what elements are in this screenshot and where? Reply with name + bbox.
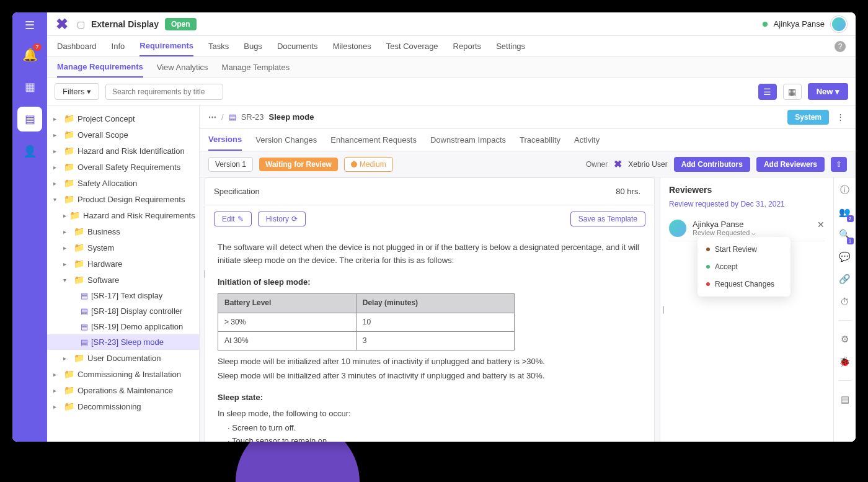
people-icon[interactable]: 👥2 (839, 206, 851, 218)
tree-folder[interactable]: ▸📁Project Concept (47, 110, 199, 127)
rail-item-2[interactable]: ▤ (17, 107, 42, 132)
tree-item-label: Hazard and Risk Identification (78, 146, 185, 156)
tree-folder[interactable]: ▸📁Hazard and Risk Identification (47, 143, 199, 159)
settings-icon[interactable]: ⚙ (839, 333, 851, 346)
tree-folder[interactable]: ▸📁Decommissioning (47, 398, 199, 414)
tab-tasks[interactable]: Tasks (208, 37, 229, 56)
clock-icon[interactable]: ⏱ (839, 295, 851, 308)
detail-tab-enhancement-requests[interactable]: Enhancement Requests (330, 130, 417, 150)
status-chip: Waiting for Review (259, 158, 338, 171)
right-rail: ⓘ 👥2 🔍1 💬 🔗 ⏱ ⚙ 🐞 ▤ (833, 177, 856, 442)
remove-reviewer-button[interactable]: ✕ (817, 220, 825, 230)
rail-item-3[interactable]: 👤 (17, 139, 42, 164)
detail-tab-traceability[interactable]: Traceability (520, 130, 560, 150)
tree-folder[interactable]: ▸📁Commissioning & Installation (47, 366, 199, 382)
breadcrumb-more[interactable]: ⋯ (208, 112, 216, 122)
save-template-button[interactable]: Save as Template (570, 212, 645, 226)
body-split: ▸📁Project Concept▸📁Overall Scope▸📁Hazard… (47, 105, 856, 442)
bug-icon[interactable]: 🐞 (839, 355, 851, 368)
reviewer-status-dropdown[interactable]: Review Requested ⌵ (693, 229, 811, 237)
view-toggle-card[interactable]: ▦ (783, 84, 802, 100)
tree-doc[interactable]: ▤[SR-17] Text display (47, 288, 199, 303)
detail-tabs: VersionsVersion ChangesEnhancement Reque… (200, 129, 856, 151)
tab-bugs[interactable]: Bugs (244, 37, 262, 56)
detail-tab-versions[interactable]: Versions (208, 129, 242, 151)
breadcrumb: ⋯ / ▤ SR-23 Sleep mode System ⋮ (200, 105, 856, 129)
menu-item-request-changes[interactable]: Request Changes (698, 275, 790, 293)
list-item: Screen to turn off. (228, 422, 642, 435)
subtab-view-analytics[interactable]: View Analytics (157, 58, 208, 77)
share-button[interactable]: ⇧ (831, 157, 847, 172)
spec-table: Battery LevelDelay (minutes)> 30%10At 30… (218, 293, 515, 350)
tree-folder[interactable]: ▸📁Hazard and Risk Requirements (47, 207, 199, 223)
tree-folder[interactable]: ▸📁Hardware (47, 256, 199, 272)
tab-settings[interactable]: Settings (496, 37, 525, 56)
avatar[interactable] (831, 16, 847, 32)
table-row: At 30%3 (218, 331, 515, 350)
spec-header-label: Specification (214, 187, 260, 196)
tree-folder[interactable]: ▾📁Software (47, 272, 199, 288)
tree-item-label: [SR-19] Demo application (91, 322, 183, 331)
detail-tab-activity[interactable]: Activity (574, 130, 600, 150)
menu-icon[interactable]: ☰ (22, 16, 37, 35)
tree-doc[interactable]: ▤[SR-18] Display controller (47, 303, 199, 319)
edit-button[interactable]: Edit ✎ (214, 212, 252, 226)
tree-folder[interactable]: ▸📁Overall Scope (47, 127, 199, 143)
spec-sleep-lead: In sleep mode, the following to occur: (218, 408, 642, 421)
tab-test-coverage[interactable]: Test Coverage (386, 37, 438, 56)
help-icon[interactable]: ? (835, 41, 846, 52)
folder-icon: 📁 (64, 178, 74, 188)
view-toggle-list[interactable]: ☰ (758, 84, 777, 100)
spec-note1: Sleep mode will be initialized after 10 … (218, 355, 642, 368)
tree-folder[interactable]: ▸📁Business (47, 223, 199, 239)
add-reviewers-button[interactable]: Add Reviewers (756, 157, 825, 172)
tree-doc[interactable]: ▤[SR-19] Demo application (47, 319, 199, 334)
tree-folder[interactable]: ▸📁User Documentation (47, 350, 199, 366)
tab-dashboard[interactable]: Dashboard (57, 37, 97, 56)
priority-chip[interactable]: Medium (344, 157, 393, 172)
version-chip[interactable]: Version 1 (208, 157, 253, 172)
folder-icon: 📁 (64, 194, 74, 204)
tree-folder[interactable]: ▸📁Overall Safety Requirements (47, 159, 199, 175)
folder-icon: 📁 (64, 114, 74, 123)
tree-folder[interactable]: ▸📁Safety Allocation (47, 175, 199, 191)
table-header: Battery Level (218, 294, 356, 313)
owner-label: Owner (586, 160, 608, 169)
comment-icon[interactable]: 💬 (839, 251, 851, 263)
detail-tab-version-changes[interactable]: Version Changes (255, 130, 317, 150)
subtab-manage-templates[interactable]: Manage Templates (222, 58, 290, 77)
left-rail: ☰ 🔔 7 ▦ ▤ 👤 (12, 12, 47, 442)
reviewer-action-menu: Start ReviewAcceptRequest Changes (698, 237, 790, 297)
splitter-right[interactable]: ⎹⎸ (657, 305, 670, 314)
link-icon[interactable]: 🔗 (839, 273, 851, 285)
tab-requirements[interactable]: Requirements (140, 36, 193, 56)
menu-item-start-review[interactable]: Start Review (698, 241, 790, 258)
new-button[interactable]: New ▾ (808, 83, 848, 100)
tab-reports[interactable]: Reports (453, 37, 482, 56)
filters-button[interactable]: Filters ▾ (55, 83, 99, 100)
info-icon[interactable]: ⓘ (839, 184, 851, 196)
review-requested-by[interactable]: Review requested by Dec 31, 2021 (669, 200, 825, 208)
more-menu[interactable]: ⋮ (834, 110, 847, 124)
menu-item-accept[interactable]: Accept (698, 258, 790, 275)
history-button[interactable]: History ⟳ (258, 212, 306, 226)
add-contributors-button[interactable]: Add Contributors (674, 157, 750, 172)
tree-folder[interactable]: ▸📁Operations & Maintenance (47, 382, 199, 398)
tab-documents[interactable]: Documents (277, 37, 318, 56)
search-input[interactable] (105, 84, 223, 100)
system-button[interactable]: System (787, 110, 829, 125)
notifications-button[interactable]: 🔔 7 (17, 42, 43, 67)
doc-icon[interactable]: ▤ (839, 393, 851, 406)
tab-info[interactable]: Info (112, 37, 125, 56)
search-side-icon[interactable]: 🔍1 (839, 228, 851, 241)
tree-doc[interactable]: ▤[SR-23] Sleep mode (47, 334, 199, 350)
tab-milestones[interactable]: Milestones (333, 37, 371, 56)
chevron-right-icon: ▸ (53, 164, 61, 171)
chevron-right-icon: ▸ (63, 228, 71, 235)
subtab-manage-requirements[interactable]: Manage Requirements (57, 57, 143, 78)
rail-item-1[interactable]: ▦ (17, 74, 42, 99)
tree-folder[interactable]: ▾📁Product Design Requirements (47, 191, 199, 207)
filter-row: Filters ▾ ☰ ▦ New ▾ (47, 78, 856, 105)
detail-tab-downstream-impacts[interactable]: Downstream Impacts (430, 130, 506, 150)
tree-folder[interactable]: ▸📁System (47, 239, 199, 256)
